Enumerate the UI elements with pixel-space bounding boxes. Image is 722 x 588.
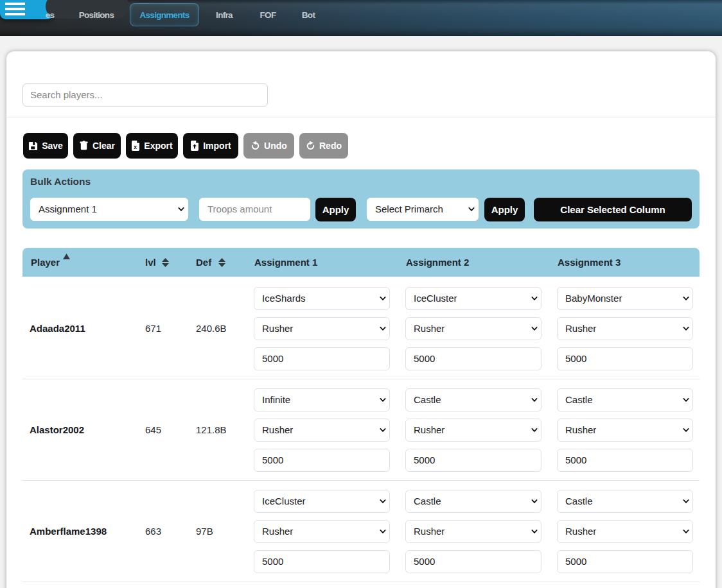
svg-text:x: x — [134, 144, 137, 150]
